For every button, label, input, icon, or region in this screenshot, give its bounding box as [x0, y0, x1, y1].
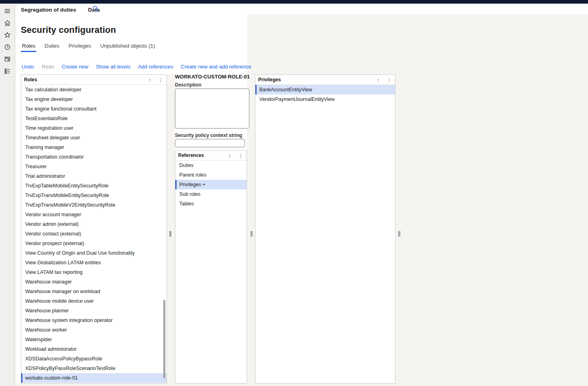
roles-panel: Roles ↑ ⋮ Tax calculation developerTax e… [21, 74, 167, 384]
tab[interactable]: Unpublished objects (1) [99, 42, 156, 52]
role-list-item[interactable]: Tax engine functional consultant [21, 104, 167, 114]
reference-list-item[interactable]: Parent roles [175, 170, 247, 180]
role-list-item[interactable]: Workload administrator [21, 344, 167, 354]
privilege-list-item[interactable]: BankAccountEntityView [255, 85, 395, 94]
reference-list-item[interactable]: Duties [175, 161, 247, 170]
action-link[interactable]: Add references [138, 64, 173, 70]
references-list: DutiesParent rolesPrivileges +Sub rolesT… [175, 161, 247, 209]
splitter-handle[interactable] [398, 231, 400, 237]
role-list-item[interactable]: Warehouse mobile device user [21, 296, 167, 306]
role-list-item[interactable]: Warehouse planner [21, 306, 167, 316]
role-list-item[interactable]: Vendor account manager [21, 210, 167, 219]
role-list-item[interactable]: Tax engine developer [21, 94, 167, 104]
action-link[interactable]: Create new and add reference [181, 64, 251, 70]
role-list-item[interactable]: View Globalization LATAM entities [21, 258, 167, 267]
role-list-item[interactable]: Warehouse manager on workload [21, 287, 167, 296]
role-list-item[interactable]: Treasurer [21, 162, 167, 171]
role-list-item[interactable]: Warehouse system integration operator [21, 316, 167, 325]
role-list-item[interactable]: View Country of Origin and Dual Use func… [21, 248, 167, 258]
role-list-item[interactable]: Time registration user [21, 123, 167, 133]
role-list-item[interactable]: TrvExpTransMobileV2EntitySecurityRole [21, 200, 167, 210]
security-configuration-page: Segregation of dutiesData Security confi… [0, 0, 588, 386]
role-list-item[interactable]: Tax calculation developer [21, 85, 167, 94]
role-list-item[interactable]: XDSPolicyByPassRoleScenarioTestRole [21, 364, 167, 373]
selected-role-name: WORKATO-CUSTOM-ROLE-01 [175, 74, 250, 80]
workspaces-icon[interactable] [4, 56, 11, 62]
topnav-item[interactable]: Segregation of duties [21, 7, 76, 13]
role-list-item[interactable]: workato-custom-role-01 [21, 373, 167, 383]
roles-scrollbar-thumb[interactable] [163, 300, 165, 378]
favorites-star-icon[interactable] [4, 32, 11, 38]
panel-gutter [167, 74, 175, 386]
splitter-handle[interactable] [169, 231, 171, 237]
splitter-handle[interactable] [251, 231, 253, 237]
role-list-item[interactable]: TrvExpTableMobileEntitySecurityRole [21, 181, 167, 191]
action-link[interactable]: Create new [62, 64, 88, 70]
recent-clock-icon[interactable] [4, 44, 11, 50]
role-list-item[interactable]: Training manager [21, 143, 167, 152]
roles-list: Tax calculation developerTax engine deve… [21, 85, 167, 383]
action-link[interactable]: Redo [42, 64, 54, 70]
sort-ascending-icon[interactable]: ↑ [149, 77, 151, 82]
sort-ascending-icon[interactable]: ↑ [229, 153, 231, 158]
role-list-item[interactable]: Trial administrator [21, 171, 167, 181]
tab[interactable]: Privileges [67, 42, 92, 52]
privileges-panel: Privileges ↑ ⋮ BankAccountEntityViewVend… [255, 74, 395, 384]
roles-panel-title: Roles [24, 77, 149, 82]
description-field[interactable] [175, 88, 249, 129]
roles-panel-header: Roles ↑ ⋮ [21, 75, 167, 85]
privileges-panel-header: Privileges ↑ ⋮ [255, 75, 395, 85]
search-icon[interactable] [92, 5, 100, 13]
role-list-item[interactable]: Vendor admin (external) [21, 219, 167, 229]
role-list-item[interactable]: Vendor contact (external) [21, 229, 167, 239]
role-list-item[interactable]: View LATAM tax reporting [21, 267, 167, 277]
privilege-list-item[interactable]: VendorPaymentJournalEntityView [255, 94, 395, 104]
sort-ascending-icon[interactable]: ↑ [377, 77, 380, 82]
breadcrumb: Segregation of dutiesData [21, 5, 100, 14]
action-link[interactable]: Undo [22, 64, 34, 70]
hamburger-menu-icon[interactable] [4, 8, 11, 14]
action-links: UndoRedoCreate newShow all levelsAdd ref… [22, 64, 251, 70]
role-list-item[interactable]: Warehouse worker [21, 325, 167, 335]
references-panel-header: References ↑ ⋮ [175, 151, 247, 161]
role-list-item[interactable]: Warehouse manager [21, 277, 167, 287]
navigation-sidebar [0, 4, 15, 386]
reference-list-item[interactable]: Tables [175, 199, 247, 209]
form-header-strip [16, 4, 588, 14]
references-panel: References ↑ ⋮ DutiesParent rolesPrivile… [175, 150, 247, 384]
role-list-item[interactable]: XDSDataAccessPolicyBypassRole [21, 354, 167, 364]
tab[interactable]: Duties [43, 42, 60, 52]
reference-list-item[interactable]: Privileges + [175, 180, 247, 189]
role-list-item[interactable]: Transportation coordinator [21, 152, 167, 162]
page-title: Security configuration [21, 25, 116, 35]
references-panel-title: References [178, 153, 229, 158]
role-list-item[interactable]: Waterspider [21, 335, 167, 344]
home-icon[interactable] [4, 20, 11, 26]
role-list-item[interactable]: Vendor prospect (external) [21, 239, 167, 248]
role-list-item[interactable]: TrvExpTransMobileEntitySecurityRole [21, 191, 167, 200]
tab-bar: RolesDutiesPrivilegesUnpublished objects… [21, 42, 156, 52]
security-policy-label: Security policy context string [175, 133, 242, 138]
reference-list-item[interactable]: Sub roles [175, 189, 247, 199]
role-list-item[interactable]: TestEssentialsRole [21, 114, 167, 123]
role-list-item[interactable]: Timesheet delegate user [21, 133, 167, 143]
tab[interactable]: Roles [21, 42, 36, 52]
privileges-panel-title: Privileges [258, 77, 377, 82]
more-options-icon[interactable]: ⋮ [387, 77, 392, 82]
description-label: Description [175, 82, 201, 88]
privileges-list: BankAccountEntityViewVendorPaymentJourna… [255, 85, 395, 104]
modules-list-icon[interactable] [4, 68, 11, 74]
top-app-bar [0, 0, 588, 4]
more-options-icon[interactable]: ⋮ [158, 77, 163, 82]
action-link[interactable]: Show all levels [96, 64, 130, 70]
security-policy-input[interactable] [175, 139, 245, 147]
more-options-icon[interactable]: ⋮ [238, 153, 243, 158]
